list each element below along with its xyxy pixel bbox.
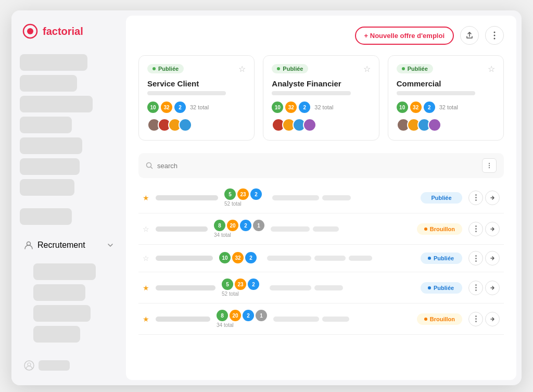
sidebar-bar-12[interactable] <box>33 326 80 343</box>
row-actions-0 <box>468 191 500 205</box>
more-options-button[interactable] <box>485 26 504 45</box>
card-header-0: Publiée ☆ <box>147 64 246 74</box>
person-icon <box>24 241 33 250</box>
sidebar-bottom <box>20 358 118 373</box>
row-status-0: Publiée <box>421 192 462 204</box>
sidebar-bar-6[interactable] <box>20 158 80 175</box>
row-count-orange-0: 23 <box>237 188 249 200</box>
row-count-blue-4: 2 <box>243 310 254 321</box>
count-badge-blue-1: 2 <box>299 102 310 113</box>
star-icon-0[interactable]: ☆ <box>238 64 246 74</box>
row-info-bars-0 <box>272 195 414 200</box>
row-total-3: 52 total <box>222 291 239 297</box>
job-card-1[interactable]: Publiée ☆ Analyste Financier 10 32 2 32 … <box>263 55 379 141</box>
card-header-2: Publiée ☆ <box>397 64 495 74</box>
row-star-2[interactable]: ☆ <box>143 254 149 262</box>
sidebar-bar-9[interactable] <box>33 263 96 280</box>
row-arrow-btn-4[interactable] <box>485 312 500 326</box>
row-star-0[interactable]: ★ <box>143 194 149 202</box>
job-card-0[interactable]: Publiée ☆ Service Client 10 32 2 32 tota… <box>138 55 255 141</box>
row-more-btn-2[interactable] <box>468 251 483 265</box>
row-arrow-btn-0[interactable] <box>485 191 500 205</box>
more-icon <box>493 31 496 40</box>
search-options-button[interactable] <box>482 158 497 173</box>
status-dot-2 <box>428 257 431 260</box>
row-count-green-4: 8 <box>217 310 228 321</box>
row-arrow-btn-2[interactable] <box>485 251 500 265</box>
status-dot-4 <box>424 318 427 321</box>
info-bar-1-1 <box>313 226 339 232</box>
card-subtitle-bar-2 <box>397 91 475 95</box>
sidebar-bar-11[interactable] <box>33 305 91 322</box>
row-actions-2 <box>468 251 500 265</box>
count-badge-green-2: 10 <box>397 102 408 113</box>
star-icon-2[interactable]: ☆ <box>488 64 495 74</box>
row-more-btn-1[interactable] <box>468 222 483 236</box>
new-job-button[interactable]: + Nouvelle offre d'emploi <box>355 27 454 45</box>
info-bar-4-1 <box>322 317 349 322</box>
row-count-green-3: 5 <box>222 279 233 290</box>
user-name-bar <box>39 360 70 371</box>
export-icon <box>465 31 474 40</box>
export-button[interactable] <box>460 26 479 45</box>
sidebar-bar-8[interactable] <box>20 208 72 225</box>
search-input[interactable] <box>157 162 478 170</box>
svg-point-18 <box>475 255 477 257</box>
star-icon-1[interactable]: ☆ <box>363 64 371 74</box>
row-total-4: 34 total <box>217 322 234 328</box>
sidebar-bar-10[interactable] <box>33 284 85 301</box>
count-badges-1: 10 32 2 32 total <box>272 102 370 113</box>
count-badges-0: 10 32 2 32 total <box>147 102 246 113</box>
row-info-bars-1 <box>271 226 411 232</box>
count-total-1: 32 total <box>314 104 333 110</box>
row-title-bar-2 <box>156 256 213 261</box>
row-status-2: Publiée <box>421 252 462 264</box>
job-card-2[interactable]: Publiée ☆ Commercial 10 32 2 32 total <box>388 55 504 141</box>
cards-row: Publiée ☆ Service Client 10 32 2 32 tota… <box>138 55 504 141</box>
avatar-0-3 <box>179 118 192 132</box>
row-count-orange-4: 20 <box>230 310 241 321</box>
row-title-bar-4 <box>156 317 210 322</box>
row-more-btn-3[interactable] <box>468 281 483 295</box>
row-count-gray-4: 1 <box>256 310 267 321</box>
row-count-blue-2: 2 <box>245 252 257 263</box>
card-subtitle-bar-1 <box>272 91 350 95</box>
sidebar: factorial Recrutement <box>11 10 126 385</box>
svg-point-10 <box>489 165 490 166</box>
sidebar-bar-1[interactable] <box>20 54 87 71</box>
row-arrow-btn-3[interactable] <box>485 281 500 295</box>
row-star-1[interactable]: ☆ <box>143 225 149 233</box>
count-badge-blue-2: 2 <box>424 102 435 113</box>
row-count-blue-1: 2 <box>240 220 251 231</box>
row-more-btn-0[interactable] <box>468 191 483 205</box>
info-bar-2-1 <box>314 256 346 261</box>
avatars-2 <box>397 118 495 132</box>
sidebar-bar-7[interactable] <box>20 179 74 196</box>
row-count-blue-0: 2 <box>250 188 262 200</box>
table-section: ★ 5 23 2 52 total Publiée <box>138 182 504 335</box>
status-dot-3 <box>428 286 431 289</box>
row-count-orange-3: 23 <box>235 279 246 290</box>
chevron-down-icon <box>107 242 113 248</box>
svg-point-23 <box>475 289 477 291</box>
sidebar-bar-2[interactable] <box>20 75 77 92</box>
count-badge-green-0: 10 <box>147 102 159 113</box>
sidebar-item-recrutement[interactable]: Recrutement <box>20 237 118 253</box>
row-info-bars-4 <box>273 317 411 322</box>
row-badges-0: 5 23 2 52 total <box>224 188 266 207</box>
main-content: + Nouvelle offre d'emploi <box>126 16 516 380</box>
row-star-3[interactable]: ★ <box>143 284 149 292</box>
row-arrow-btn-1[interactable] <box>485 222 500 236</box>
table-row: ☆ 8 20 2 1 34 total Bro <box>138 213 504 245</box>
row-star-4[interactable]: ★ <box>143 315 149 323</box>
info-bar-0-0 <box>272 195 319 200</box>
table-row: ☆ 10 32 2 Publiée <box>138 245 504 272</box>
info-bar-4-0 <box>273 317 319 322</box>
sidebar-bar-4[interactable] <box>20 117 72 133</box>
svg-point-9 <box>489 163 490 164</box>
row-more-btn-4[interactable] <box>468 312 483 326</box>
sidebar-bar-3[interactable] <box>20 96 93 112</box>
info-bar-2-2 <box>349 256 372 261</box>
count-badges-2: 10 32 2 32 total <box>397 102 495 113</box>
sidebar-bar-5[interactable] <box>20 137 82 154</box>
